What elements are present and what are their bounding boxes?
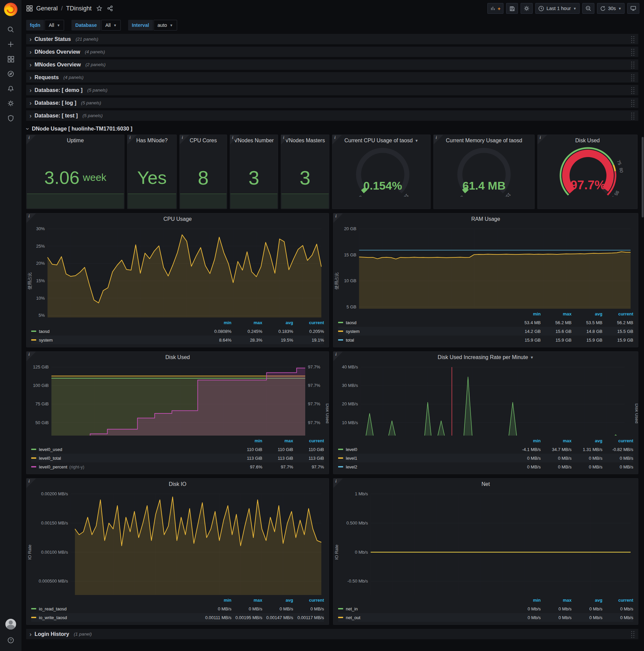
panel-title[interactable]: Disk Used: [27, 352, 329, 363]
panel-disk-used-gauge[interactable]: i Disk Used 075809510097.7%: [537, 134, 638, 209]
panel-info-corner[interactable]: [230, 135, 239, 144]
search-icon[interactable]: [3, 22, 19, 37]
panel-title[interactable]: Net: [333, 478, 638, 490]
chart-plot[interactable]: 01:0001:0501:1001:1501:2001:2501:3001:35…: [27, 363, 329, 436]
panel-disk-io[interactable]: i Disk IO 01:0001:0501:1001:1501:2001:25…: [26, 478, 329, 625]
panel-info-corner[interactable]: [333, 352, 343, 361]
legend-sort-avg[interactable]: avg: [262, 598, 293, 603]
legend-sort-current[interactable]: current: [293, 598, 324, 603]
legend-row-level0[interactable]: level0-4.1 MB/s34.7 MB/s1.31 MB/s-0.82 M…: [338, 445, 633, 454]
configuration-gear-icon[interactable]: [3, 96, 19, 111]
legend-label[interactable]: net_in: [346, 607, 358, 611]
legend-label[interactable]: level2: [346, 464, 357, 469]
drag-handle[interactable]: [631, 36, 635, 43]
legend-sort-max[interactable]: max: [541, 598, 572, 603]
drag-handle[interactable]: [631, 112, 635, 120]
legend-sort-max[interactable]: max: [231, 320, 262, 325]
legend-row-io_read_taosd[interactable]: io_read_taosd0 MB/s0 MB/s0 MB/s0 MB/s: [31, 604, 324, 613]
legend-sort-min[interactable]: min: [201, 320, 231, 325]
legend-sort-current[interactable]: current: [603, 438, 633, 443]
legend-sort-max[interactable]: max: [262, 438, 293, 443]
drag-handle[interactable]: [631, 61, 635, 68]
legend-label[interactable]: io_write_taosd: [39, 615, 67, 620]
panel-current-memory-usage-gauge[interactable]: i Current Memory Usage of taosd 0158961.…: [433, 134, 535, 209]
legend-label[interactable]: net_out: [346, 615, 360, 620]
legend-label[interactable]: level0_percent: [39, 464, 67, 469]
cycle-view-tv-button[interactable]: [627, 3, 639, 14]
panel-info-corner[interactable]: [538, 135, 547, 144]
legend-label[interactable]: io_read_taosd: [39, 607, 66, 611]
legend-label[interactable]: taosd: [346, 320, 357, 325]
legend-sort-max[interactable]: max: [541, 311, 572, 316]
legend-label[interactable]: taosd: [39, 329, 50, 334]
legend-row-level1[interactable]: level10 MB/s0 MB/s0 MB/s0 MB/s: [338, 454, 633, 462]
scrollbar-thumb[interactable]: [642, 137, 644, 217]
panel-title[interactable]: Disk Used: [538, 135, 637, 146]
panel-info-corner[interactable]: [333, 213, 343, 223]
legend-row-level2[interactable]: level20 MB/s0 MB/s0 MB/s0 MB/s: [338, 462, 633, 471]
panel-disk-used-increasing-rate[interactable]: i Disk Used Increasing Rate per Minute▼ …: [333, 351, 638, 474]
legend-sort-min[interactable]: min: [510, 598, 541, 603]
legend-row-total[interactable]: total15.9 GB15.9 GB15.9 GB15.9 GB: [338, 336, 633, 344]
legend-label[interactable]: total: [346, 338, 354, 343]
panel-ram-usage[interactable]: i RAM Usage 01:0001:0501:1001:1501:2001:…: [333, 213, 638, 347]
chart-plot[interactable]: 01:0001:0501:1001:1501:2001:2501:3001:35…: [27, 225, 329, 317]
legend-sort-max[interactable]: max: [231, 598, 262, 603]
legend-sort-current[interactable]: current: [603, 311, 633, 316]
row-database-test[interactable]: ›Database: [ test ](5 panels): [26, 111, 638, 121]
legend-sort-current[interactable]: current: [603, 598, 633, 603]
panel-net[interactable]: i Net 01:0001:0501:1001:1501:2001:2501:3…: [333, 478, 638, 625]
panel-disk-used-graph[interactable]: i Disk Used 01:0001:0501:1001:1501:2001:…: [26, 351, 329, 474]
row-database-log[interactable]: ›Database: [ log ](5 panels): [26, 98, 638, 108]
panel-info-corner[interactable]: [281, 135, 290, 144]
drag-handle[interactable]: [631, 48, 635, 56]
legend-row-io_write_taosd[interactable]: io_write_taosd0.00111 MB/s0.00195 MB/s0.…: [31, 613, 324, 622]
legend-row-level0_percent[interactable]: level0_percent(right-y)97.6%97.7%97.7%: [31, 462, 324, 471]
breadcrumb-page[interactable]: TDinsight: [66, 5, 92, 12]
user-avatar[interactable]: [5, 619, 16, 629]
legend-sort-min[interactable]: min: [510, 438, 541, 443]
legend-row-system[interactable]: system14.2 GB15.6 GB14.8 GB15.5 GB: [338, 327, 633, 336]
panel-info-corner[interactable]: [27, 478, 36, 488]
help-icon[interactable]: ?: [3, 633, 19, 648]
legend-label[interactable]: level0: [346, 447, 357, 452]
panel-title[interactable]: Disk IO: [27, 478, 329, 490]
panel-title[interactable]: RAM Usage: [333, 213, 638, 225]
variable-database-label[interactable]: Database: [71, 20, 100, 31]
alerting-bell-icon[interactable]: [3, 81, 19, 96]
legend-row-taosd[interactable]: taosd53.4 MB56.2 MB53.5 MB56.2 MB: [338, 318, 633, 327]
chart-plot[interactable]: 01:0001:0501:1001:1501:2001:2501:3001:35…: [333, 490, 638, 595]
panel-info-corner[interactable]: [27, 135, 36, 144]
panel-info-corner[interactable]: [333, 478, 343, 488]
panel-info-corner[interactable]: [332, 135, 342, 144]
legend-label[interactable]: system: [39, 338, 53, 343]
panel-title[interactable]: Disk Used Increasing Rate per Minute▼: [333, 352, 638, 363]
row-database-demo[interactable]: ›Database: [ demo ](5 panels): [26, 85, 638, 95]
row-cluster-status[interactable]: ›Cluster Status(21 panels): [26, 34, 638, 44]
legend-sort-avg[interactable]: avg: [572, 598, 603, 603]
variable-database-value[interactable]: All▼: [101, 20, 121, 31]
time-range-picker[interactable]: Last 1 hour ▼: [535, 3, 579, 14]
drag-handle[interactable]: [631, 630, 635, 638]
panel-info-corner[interactable]: [180, 135, 189, 144]
dashboard-settings-button[interactable]: [521, 3, 533, 14]
row-mnodes-overview[interactable]: ›MNodes Overview(2 panels): [26, 59, 638, 70]
chart-plot[interactable]: 01:0001:0501:1001:1501:2001:2501:3001:35…: [333, 225, 638, 309]
panel-vnodes-masters[interactable]: i VNodes Masters 3: [281, 134, 329, 209]
save-dashboard-button[interactable]: [506, 3, 518, 14]
panel-title[interactable]: Current Memory Usage of taosd: [434, 135, 534, 146]
legend-row-taosd[interactable]: taosd0.0808%0.245%0.183%0.205%: [31, 327, 324, 336]
row-dnode-usage-expanded[interactable]: ›DNode Usage [ huolinhe-TM1701:6030 ]: [26, 123, 638, 134]
panel-info-corner[interactable]: [27, 213, 36, 223]
legend-sort-avg[interactable]: avg: [262, 320, 293, 325]
legend-sort-avg[interactable]: avg: [572, 438, 603, 443]
legend-row-net_in[interactable]: net_in0 Mb/s0 Mb/s0 Mb/s0 Mb/s: [338, 604, 633, 613]
share-icon[interactable]: [107, 5, 113, 11]
variable-interval-value[interactable]: auto▼: [154, 20, 177, 31]
variable-fqdn-label[interactable]: fqdn: [26, 20, 44, 31]
chart-plot[interactable]: 01:0001:0501:1001:1501:2001:2501:3001:35…: [27, 490, 329, 595]
panel-info-corner[interactable]: [127, 135, 137, 144]
legend-row-net_out[interactable]: net_out0 Mb/s0 Mb/s0 Mb/s0 Mb/s: [338, 613, 633, 622]
panel-info-corner[interactable]: [434, 135, 443, 144]
panel-vnodes-number[interactable]: i VNodes Number 3: [230, 134, 278, 209]
